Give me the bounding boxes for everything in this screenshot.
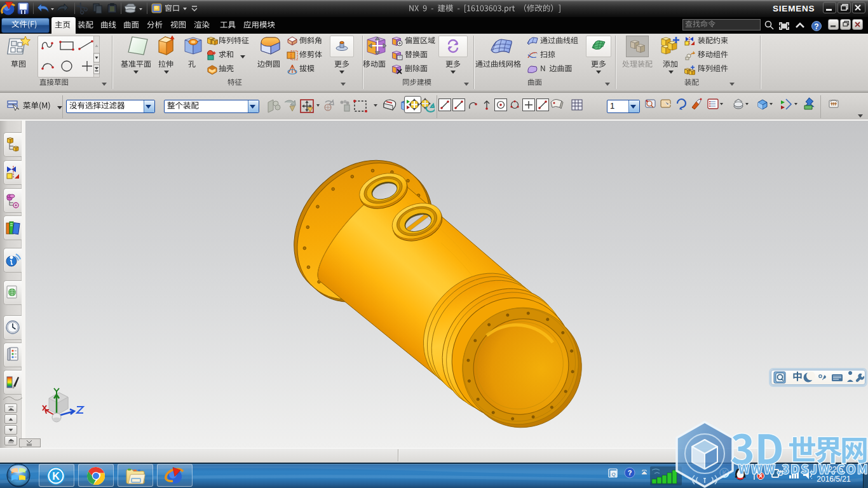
svg-text:Q: Q	[611, 471, 615, 477]
svg-text:?: ?	[814, 22, 818, 31]
svg-text:?: ?	[628, 469, 632, 477]
svg-text:K: K	[52, 471, 60, 482]
